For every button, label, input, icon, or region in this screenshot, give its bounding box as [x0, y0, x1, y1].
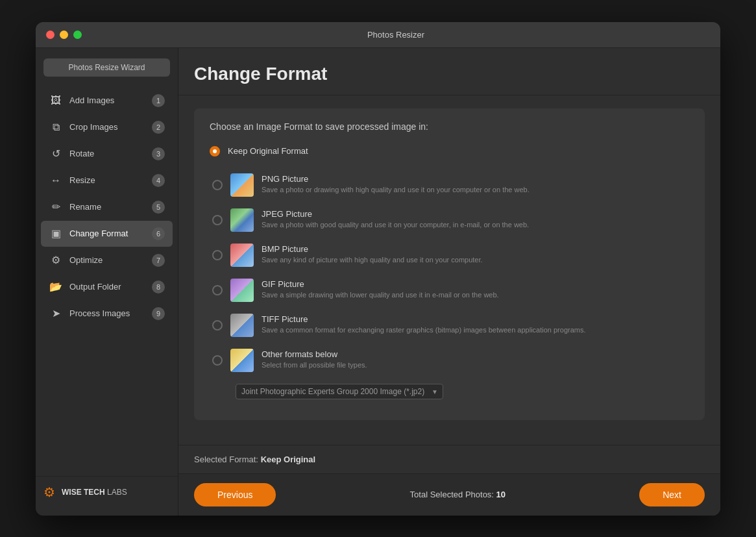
format-info-bmp: BMP PictureSave any kind of picture with… — [262, 244, 687, 265]
sidebar-label-optimize: Optimize — [69, 255, 145, 265]
process-images-icon: ➤ — [49, 306, 63, 321]
selected-format-value: Keep Original — [261, 455, 316, 464]
format-name-png: PNG Picture — [262, 174, 687, 184]
sidebar-item-resize[interactable]: ↔Resize4 — [41, 168, 173, 194]
sidebar-item-add-images[interactable]: 🖼Add Images1 — [41, 88, 173, 114]
traffic-lights — [46, 31, 82, 39]
format-name-tiff: TIFF Picture — [262, 314, 687, 324]
sidebar-item-rotate[interactable]: ↺Rotate3 — [41, 141, 173, 167]
optimize-icon: ⚙ — [49, 253, 63, 268]
format-icon-tiff — [230, 314, 254, 337]
format-desc-jpeg: Save a photo with good quality and use i… — [262, 220, 687, 230]
format-row-png[interactable]: PNG PictureSave a photo or drawing with … — [210, 168, 689, 202]
format-info-gif: GIF PictureSave a simple drawing with lo… — [262, 279, 687, 300]
sidebar-label-rename: Rename — [69, 202, 145, 212]
total-photos-count: 10 — [496, 490, 506, 499]
panel-header: Change Format — [178, 48, 720, 95]
format-dropdown-wrapper: Joint Photographic Experts Group 2000 Im… — [236, 384, 689, 399]
keep-original-label: Keep Original Format — [228, 146, 308, 156]
format-row-gif[interactable]: GIF PictureSave a simple drawing with lo… — [210, 273, 689, 307]
sidebar-badge-crop-images: 2 — [152, 121, 165, 134]
format-row-jpeg[interactable]: JPEG PictureSave a photo with good quali… — [210, 203, 689, 237]
sidebar-items: 🖼Add Images1⧉Crop Images2↺Rotate3↔Resize… — [36, 87, 178, 476]
format-row-tiff[interactable]: TIFF PictureSave a common format for exc… — [210, 308, 689, 342]
format-radio-tiff[interactable] — [212, 320, 223, 331]
main-content: Photos Resize Wizard 🖼Add Images1⧉Crop I… — [36, 48, 720, 516]
format-radio-bmp[interactable] — [212, 250, 223, 260]
format-info-other: Other formats belowSelect from all possi… — [262, 349, 687, 370]
sidebar-badge-output-folder: 8 — [152, 281, 165, 293]
sidebar-footer: ⚙ WISE TECH LABS — [36, 476, 178, 508]
sidebar-badge-add-images: 1 — [152, 94, 165, 107]
card-title: Choose an Image Format to save processed… — [210, 121, 689, 132]
sidebar-label-resize: Resize — [69, 175, 145, 185]
rotate-icon: ↺ — [49, 147, 63, 161]
dropdown-select-wrapper: Joint Photographic Experts Group 2000 Im… — [236, 384, 443, 399]
other-format-select[interactable]: Joint Photographic Experts Group 2000 Im… — [236, 384, 443, 399]
crop-images-icon: ⧉ — [49, 120, 63, 134]
minimize-button[interactable] — [60, 31, 68, 39]
window-title: Photos Resizer — [82, 30, 710, 40]
sidebar-label-process-images: Process Images — [69, 308, 145, 318]
format-name-gif: GIF Picture — [262, 279, 687, 289]
format-radio-png[interactable] — [212, 180, 223, 190]
close-button[interactable] — [46, 31, 55, 39]
page-title: Change Format — [194, 64, 705, 84]
total-photos-label: Total Selected Photos: — [410, 490, 494, 499]
sidebar-item-crop-images[interactable]: ⧉Crop Images2 — [41, 114, 173, 140]
format-name-jpeg: JPEG Picture — [262, 209, 687, 219]
format-desc-png: Save a photo or drawing with high qualit… — [262, 185, 687, 195]
format-radio-jpeg[interactable] — [212, 215, 223, 225]
format-info-tiff: TIFF PictureSave a common format for exc… — [262, 314, 687, 335]
format-row-bmp[interactable]: BMP PictureSave any kind of picture with… — [210, 238, 689, 272]
format-options-list: PNG PictureSave a photo or drawing with … — [210, 168, 689, 399]
sidebar-item-output-folder[interactable]: 📂Output Folder8 — [41, 274, 173, 300]
format-desc-gif: Save a simple drawing with lower quality… — [262, 290, 687, 300]
keep-original-radio[interactable] — [210, 146, 220, 156]
app-window: Photos Resizer Photos Resize Wizard 🖼Add… — [36, 22, 720, 516]
brand-logo-icon: ⚙ — [43, 484, 55, 500]
selected-format-label: Selected Format: — [194, 455, 258, 464]
keep-original-option[interactable]: Keep Original Format — [210, 144, 689, 159]
sidebar-item-process-images[interactable]: ➤Process Images9 — [41, 301, 173, 327]
format-desc-tiff: Save a common format for exchanging rast… — [262, 325, 687, 335]
format-info-png: PNG PictureSave a photo or drawing with … — [262, 174, 687, 195]
format-desc-other: Select from all possible file types. — [262, 360, 687, 370]
sidebar-label-change-format: Change Format — [69, 229, 145, 238]
sidebar-badge-resize: 4 — [152, 174, 165, 187]
format-name-bmp: BMP Picture — [262, 244, 687, 254]
sidebar-badge-optimize: 7 — [152, 254, 165, 267]
title-bar: Photos Resizer — [36, 22, 720, 48]
next-button[interactable]: Next — [639, 483, 705, 506]
format-icon-bmp — [230, 244, 254, 267]
format-info-jpeg: JPEG PictureSave a photo with good quali… — [262, 209, 687, 230]
sidebar-label-add-images: Add Images — [69, 95, 145, 105]
sidebar-badge-rotate: 3 — [152, 147, 165, 160]
bottom-bar: Previous Total Selected Photos: 10 Next — [178, 473, 720, 516]
brand-name: WISE TECH LABS — [62, 488, 127, 497]
sidebar-label-rotate: Rotate — [69, 149, 145, 158]
sidebar-badge-change-format: 6 — [152, 227, 165, 240]
sidebar-label-crop-images: Crop Images — [69, 122, 145, 132]
format-card: Choose an Image Format to save processed… — [194, 108, 705, 420]
format-icon-other — [230, 349, 254, 372]
format-row-other[interactable]: Other formats belowSelect from all possi… — [210, 343, 689, 377]
format-icon-jpeg — [230, 208, 254, 232]
total-photos-info: Total Selected Photos: 10 — [410, 490, 506, 499]
previous-button[interactable]: Previous — [194, 483, 276, 506]
sidebar-badge-rename: 5 — [152, 201, 165, 214]
format-radio-other[interactable] — [212, 355, 223, 366]
format-icon-gif — [230, 279, 254, 302]
format-radio-gif[interactable] — [212, 285, 223, 295]
main-panel: Change Format Choose an Image Format to … — [178, 48, 720, 516]
rename-icon: ✏ — [49, 200, 63, 214]
maximize-button[interactable] — [73, 31, 82, 39]
panel-body: Choose an Image Format to save processed… — [178, 95, 720, 445]
sidebar-item-rename[interactable]: ✏Rename5 — [41, 194, 173, 220]
sidebar-item-optimize[interactable]: ⚙Optimize7 — [41, 247, 173, 273]
sidebar-item-change-format[interactable]: ▣Change Format6 — [41, 221, 173, 247]
wizard-button[interactable]: Photos Resize Wizard — [43, 58, 170, 77]
format-icon-png — [230, 173, 254, 197]
selected-format-footer: Selected Format: Keep Original — [178, 445, 720, 473]
sidebar-label-output-folder: Output Folder — [69, 282, 145, 292]
